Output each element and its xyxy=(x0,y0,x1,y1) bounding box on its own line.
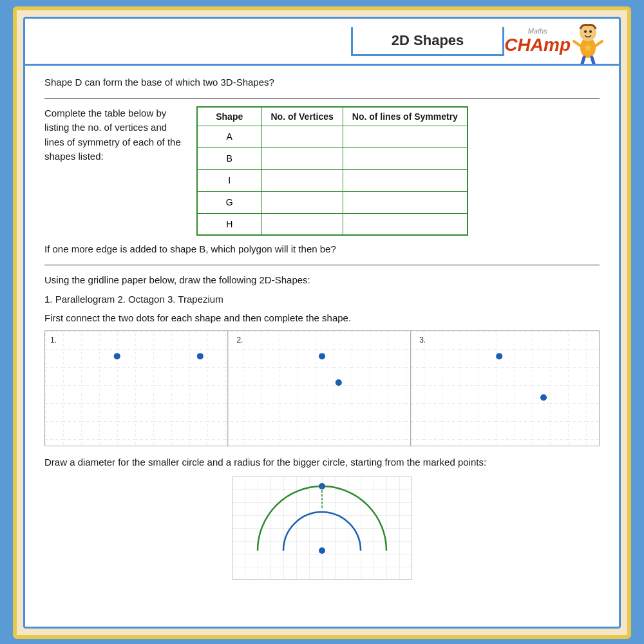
shape-g: G xyxy=(197,191,261,213)
vertices-g[interactable] xyxy=(261,191,343,213)
circle-section xyxy=(44,477,600,580)
vertices-a[interactable] xyxy=(261,126,343,147)
title-text: 2D Shapes xyxy=(392,32,464,48)
col-symmetry: No. of lines of Symmetry xyxy=(343,107,468,126)
shape-i: I xyxy=(197,169,261,191)
content-area: Shape D can form the base of which two 3… xyxy=(25,66,619,589)
svg-point-2 xyxy=(584,30,587,33)
symmetry-i[interactable] xyxy=(343,169,468,191)
svg-point-23 xyxy=(319,547,325,554)
header: 2D Shapes Maths CHAmp xyxy=(25,19,619,66)
svg-text:2.: 2. xyxy=(236,336,243,345)
grid-svg: 1. 2. 3. xyxy=(45,331,599,446)
table-row: B xyxy=(197,147,468,169)
circle-diagram xyxy=(232,477,412,580)
symmetry-b[interactable] xyxy=(343,147,468,169)
svg-rect-9 xyxy=(45,331,599,446)
col-shape: Shape xyxy=(197,107,261,126)
table-row: H xyxy=(197,213,468,235)
symmetry-a[interactable] xyxy=(343,126,468,147)
champ-tagline: Maths xyxy=(528,27,547,35)
svg-point-17 xyxy=(319,353,325,359)
shape-b: B xyxy=(197,147,261,169)
shape-h: H xyxy=(197,213,261,235)
svg-line-4 xyxy=(574,41,580,46)
table-row: A xyxy=(197,126,468,147)
question-1: Shape D can form the base of which two 3… xyxy=(44,75,600,90)
divider-1 xyxy=(44,98,600,99)
svg-text:3.: 3. xyxy=(419,336,426,345)
vertices-h[interactable] xyxy=(261,213,343,235)
table-row: G xyxy=(197,191,468,213)
svg-point-19 xyxy=(496,353,502,359)
svg-line-7 xyxy=(592,57,594,64)
champ-logo: Maths CHAmp xyxy=(504,19,606,64)
svg-line-5 xyxy=(596,41,602,46)
inner-content: 2D Shapes Maths CHAmp xyxy=(23,17,621,629)
vertices-b[interactable] xyxy=(261,147,343,169)
question-3: If one more edge is added to shape B, wh… xyxy=(44,242,600,257)
question-4-instruction: First connect the two dots for each shap… xyxy=(44,311,600,326)
table-section: Complete the table below by listing the … xyxy=(44,106,600,236)
svg-point-16 xyxy=(197,353,204,359)
col-vertices: No. of Vertices xyxy=(261,107,343,126)
q2-text: Complete the table below by listing the … xyxy=(44,108,181,162)
table-description: Complete the table below by listing the … xyxy=(44,106,186,164)
svg-point-3 xyxy=(589,30,592,33)
shapes-table: Shape No. of Vertices No. of lines of Sy… xyxy=(196,106,468,236)
champ-figure xyxy=(571,19,606,64)
svg-point-18 xyxy=(336,379,342,386)
question-4-intro: Using the gridline paper below, draw the… xyxy=(44,273,600,288)
outer-border: 2D Shapes Maths CHAmp xyxy=(13,6,631,639)
question-5: Draw a diameter for the smaller circle a… xyxy=(44,455,600,470)
shape-a: A xyxy=(197,126,261,147)
svg-line-6 xyxy=(582,57,584,64)
page-title: 2D Shapes xyxy=(351,27,505,56)
table-row: I xyxy=(197,169,468,191)
symmetry-h[interactable] xyxy=(343,213,468,235)
symmetry-g[interactable] xyxy=(343,191,468,213)
question-4-shapes: 1. Parallelogram 2. Octagon 3. Trapezium xyxy=(44,292,600,307)
svg-text:1.: 1. xyxy=(50,336,57,345)
champ-text: CHAmp xyxy=(504,35,571,55)
svg-point-15 xyxy=(114,353,120,359)
svg-point-20 xyxy=(540,394,547,401)
grid-container: 1. 2. 3. xyxy=(44,330,600,446)
divider-2 xyxy=(44,265,600,265)
grid-section: 1. 2. 3. xyxy=(44,330,600,446)
vertices-i[interactable] xyxy=(261,169,343,191)
